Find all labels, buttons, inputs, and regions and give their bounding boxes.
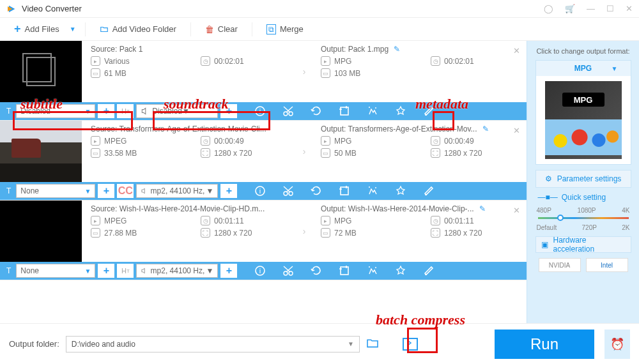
add-audio-button[interactable]: + bbox=[220, 264, 237, 278]
audio-track-select[interactable]: mp2, 44100 Hz, ster▼ bbox=[136, 264, 218, 278]
run-button[interactable]: Run bbox=[495, 330, 594, 359]
clock-icon: ◷ bbox=[431, 216, 440, 225]
cc-button[interactable]: CC bbox=[117, 184, 134, 198]
clock-icon: ◷ bbox=[201, 56, 210, 66]
rotate-icon[interactable] bbox=[302, 182, 330, 200]
remove-item-button[interactable]: ✕ bbox=[513, 126, 520, 135]
clock-icon: ◷ bbox=[201, 216, 210, 225]
effects-icon[interactable] bbox=[358, 102, 387, 120]
size-icon: ▭ bbox=[321, 148, 330, 158]
output-folder-label: Output folder: bbox=[9, 339, 59, 349]
metadata-icon[interactable] bbox=[415, 182, 443, 200]
output-label: Output: Pack 1.mpg bbox=[321, 45, 389, 54]
add-files-button[interactable]: +Add Files bbox=[9, 20, 65, 38]
subtitle-select[interactable]: None▼ bbox=[16, 264, 95, 278]
arrow-icon: › bbox=[296, 45, 312, 98]
source-label: Source: Wish-I-Was-Here-2014-Movie-Clip-… bbox=[91, 204, 296, 213]
chip-icon: ▣ bbox=[541, 240, 548, 249]
info-icon[interactable]: i bbox=[246, 182, 274, 200]
cut-icon[interactable] bbox=[274, 262, 302, 280]
crop-icon[interactable] bbox=[330, 262, 358, 280]
output-label: Output: Wish-I-Was-Here-2014-Movie-Clip-… bbox=[321, 204, 474, 213]
svg-point-15 bbox=[369, 186, 370, 188]
svg-point-21 bbox=[375, 267, 376, 268]
audio-track-select[interactable]: Disabled▼ bbox=[136, 104, 218, 118]
metadata-icon[interactable] bbox=[415, 102, 443, 120]
watermark-icon[interactable] bbox=[387, 262, 415, 280]
add-audio-button[interactable]: + bbox=[220, 104, 237, 118]
effects-icon[interactable] bbox=[358, 182, 387, 200]
subtitle-select[interactable]: Disabled▼ bbox=[16, 104, 95, 118]
intel-chip: Intel bbox=[586, 258, 628, 272]
resolution-icon: ⛶ bbox=[431, 228, 440, 238]
size-icon: ▭ bbox=[91, 68, 100, 78]
svg-text:i: i bbox=[259, 187, 261, 195]
thumbnail[interactable] bbox=[0, 41, 82, 102]
add-subtitle-button[interactable]: + bbox=[98, 264, 114, 278]
rotate-icon[interactable] bbox=[302, 102, 330, 120]
cart-icon[interactable]: 🛒 bbox=[565, 4, 575, 13]
thumbnail[interactable] bbox=[0, 201, 82, 262]
svg-text:i: i bbox=[259, 267, 261, 275]
quick-setting-label: —■—Quick setting bbox=[535, 193, 631, 202]
app-logo-icon bbox=[6, 4, 17, 14]
clock-icon: ◷ bbox=[201, 136, 210, 146]
info-icon[interactable]: i bbox=[246, 102, 274, 120]
add-folder-button[interactable]: Add Video Folder bbox=[95, 22, 181, 36]
cut-icon[interactable] bbox=[274, 102, 302, 120]
list-item: Source: Pack 1 ▸Various ◷00:02:01 ▭61 MB… bbox=[0, 41, 527, 121]
quality-slider[interactable]: 480P1080P4K Default720P2K bbox=[535, 207, 631, 231]
add-subtitle-button[interactable]: + bbox=[98, 104, 114, 118]
cut-icon[interactable] bbox=[274, 182, 302, 200]
output-label: Output: Transformers-Age-of-Extinction-M… bbox=[321, 125, 477, 133]
output-format-selector[interactable]: MPG▼ MPG bbox=[535, 60, 631, 165]
codec-icon: ▸ bbox=[91, 56, 100, 66]
schedule-button[interactable]: ⏰ bbox=[604, 330, 630, 359]
svg-rect-23 bbox=[403, 338, 417, 350]
clear-button[interactable]: 🗑Clear bbox=[200, 22, 243, 37]
file-list: Source: Pack 1 ▸Various ◷00:02:01 ▭61 MB… bbox=[0, 41, 527, 323]
cc-button[interactable]: HT bbox=[117, 104, 134, 118]
close-window-button[interactable]: ✕ bbox=[626, 4, 633, 13]
svg-point-8 bbox=[369, 107, 370, 108]
browse-folder-button[interactable] bbox=[366, 338, 379, 350]
remove-item-button[interactable]: ✕ bbox=[513, 206, 520, 215]
rename-button[interactable]: ✎ bbox=[482, 125, 489, 133]
output-folder-field[interactable]: D:\video and audio▼ bbox=[66, 336, 360, 353]
effects-icon[interactable] bbox=[358, 262, 387, 280]
parameter-settings-button[interactable]: ⚙Parameter settings bbox=[535, 170, 631, 188]
user-icon[interactable]: ◯ bbox=[544, 4, 553, 13]
minimize-button[interactable]: — bbox=[587, 4, 595, 13]
add-files-dropdown[interactable]: ▼ bbox=[70, 26, 76, 33]
speaker-icon bbox=[141, 186, 148, 195]
rename-button[interactable]: ✎ bbox=[479, 204, 486, 213]
chevron-down-icon: ▼ bbox=[84, 268, 91, 275]
hardware-accel-button[interactable]: ▣Hardware acceleration bbox=[535, 236, 631, 253]
audio-track-select[interactable]: mp2, 44100 Hz, ster▼ bbox=[136, 184, 218, 198]
edit-bar: T None▼ + CC mp2, 44100 Hz, ster▼ + i bbox=[0, 182, 527, 200]
app-title: Video Converter bbox=[22, 4, 544, 13]
crop-icon[interactable] bbox=[330, 102, 358, 120]
cc-button[interactable]: HT bbox=[117, 264, 134, 278]
watermark-icon[interactable] bbox=[387, 102, 415, 120]
maximize-button[interactable]: ☐ bbox=[606, 4, 614, 13]
codec-icon: ▸ bbox=[321, 216, 330, 225]
size-icon: ▭ bbox=[91, 148, 100, 158]
main-toolbar: +Add Files ▼ Add Video Folder 🗑Clear ⧉Me… bbox=[0, 18, 639, 41]
crop-icon[interactable] bbox=[330, 182, 358, 200]
remove-item-button[interactable]: ✕ bbox=[513, 46, 520, 56]
subtitle-select[interactable]: None▼ bbox=[16, 184, 95, 198]
info-icon[interactable]: i bbox=[246, 262, 274, 280]
add-subtitle-button[interactable]: + bbox=[98, 184, 114, 198]
rotate-icon[interactable] bbox=[302, 262, 330, 280]
merge-button[interactable]: ⧉Merge bbox=[261, 22, 309, 37]
thumbnail[interactable] bbox=[0, 121, 82, 182]
resolution-icon: ⛶ bbox=[201, 228, 210, 238]
svg-rect-13 bbox=[341, 187, 348, 195]
rename-button[interactable]: ✎ bbox=[394, 45, 400, 54]
batch-compress-button[interactable] bbox=[397, 334, 424, 354]
size-icon: ▭ bbox=[91, 228, 100, 238]
watermark-icon[interactable] bbox=[387, 182, 415, 200]
metadata-icon[interactable] bbox=[415, 262, 443, 280]
add-audio-button[interactable]: + bbox=[220, 184, 237, 198]
